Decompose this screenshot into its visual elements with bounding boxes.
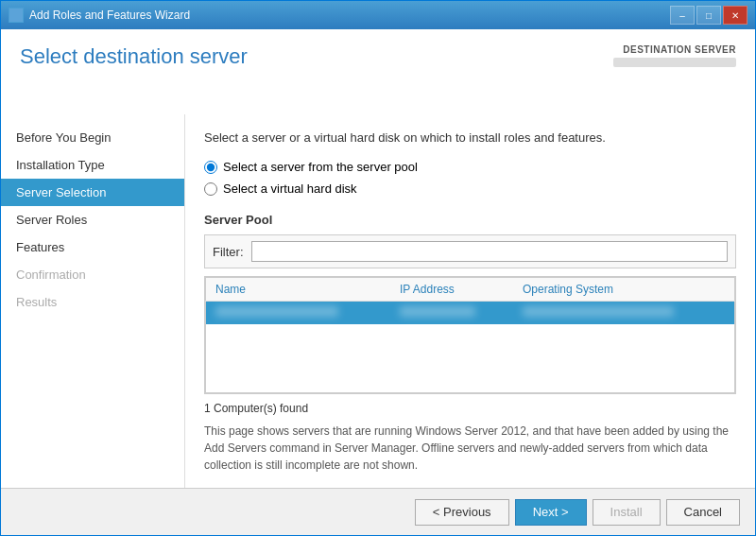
- title-bar: Add Roles and Features Wizard – □ ✕: [1, 1, 755, 29]
- empty-row-3: [206, 358, 735, 375]
- filter-label: Filter:: [213, 245, 244, 259]
- destination-server-info: DESTINATION SERVER: [613, 44, 736, 69]
- dest-server-label: DESTINATION SERVER: [613, 44, 736, 55]
- radio-virtual-disk[interactable]: Select a virtual hard disk: [204, 182, 736, 196]
- sidebar-item-before-you-begin[interactable]: Before You Begin: [1, 124, 184, 151]
- col-name[interactable]: Name: [206, 278, 391, 302]
- radio-server-pool[interactable]: Select a server from the server pool: [204, 160, 736, 174]
- main-layout: Before You BeginInstallation TypeServer …: [1, 114, 755, 488]
- sidebar-item-results: Results: [1, 288, 184, 316]
- count-text: 1 Computer(s) found: [204, 402, 736, 415]
- empty-row-1: [206, 324, 735, 341]
- empty-row-4: [206, 375, 735, 392]
- wizard-window: Add Roles and Features Wizard – □ ✕ Sele…: [0, 0, 756, 536]
- table-row[interactable]: [206, 302, 735, 325]
- radio-server-pool-label: Select a server from the server pool: [223, 160, 418, 174]
- server-pool-title: Server Pool: [204, 213, 736, 227]
- page-title: Select destination server: [20, 44, 248, 69]
- sidebar-item-confirmation: Confirmation: [1, 261, 184, 288]
- table-header-row: Name IP Address Operating System: [206, 278, 735, 302]
- header-bar: Select destination server DESTINATION SE…: [1, 29, 755, 114]
- col-os[interactable]: Operating System: [513, 278, 735, 302]
- main-content: Select a server or a virtual hard disk o…: [185, 114, 755, 488]
- sidebar-item-installation-type[interactable]: Installation Type: [1, 151, 184, 179]
- title-bar-buttons: – □ ✕: [670, 6, 747, 25]
- filter-row: Filter:: [204, 234, 736, 268]
- radio-server-pool-input[interactable]: [204, 161, 217, 174]
- col-ip[interactable]: IP Address: [390, 278, 513, 302]
- server-table: Name IP Address Operating System: [205, 277, 735, 393]
- minimize-button[interactable]: –: [670, 6, 695, 25]
- filter-input[interactable]: [251, 241, 729, 262]
- empty-row-2: [206, 341, 735, 358]
- server-table-wrapper: Name IP Address Operating System: [204, 276, 736, 394]
- sidebar-item-features[interactable]: Features: [1, 233, 184, 261]
- sidebar-item-server-roles[interactable]: Server Roles: [1, 206, 184, 233]
- close-button[interactable]: ✕: [723, 6, 747, 25]
- cell-name: [206, 302, 391, 325]
- radio-virtual-disk-label: Select a virtual hard disk: [223, 182, 357, 196]
- description-text: This page shows servers that are running…: [204, 423, 736, 474]
- cell-os: [513, 302, 735, 325]
- previous-button[interactable]: < Previous: [415, 499, 509, 526]
- title-bar-left: Add Roles and Features Wizard: [9, 8, 190, 23]
- maximize-button[interactable]: □: [696, 6, 721, 25]
- sidebar: Before You BeginInstallation TypeServer …: [1, 114, 185, 488]
- install-button[interactable]: Install: [593, 499, 661, 526]
- radio-virtual-disk-input[interactable]: [204, 182, 217, 196]
- dest-server-value: [613, 58, 736, 67]
- wizard-icon: [9, 8, 24, 23]
- server-table-body: [206, 302, 735, 393]
- server-pool-section: Server Pool Filter: Name IP Address Oper…: [204, 213, 736, 474]
- cell-ip: [390, 302, 513, 325]
- cancel-button[interactable]: Cancel: [666, 499, 740, 526]
- window-title: Add Roles and Features Wizard: [29, 9, 190, 22]
- radio-group: Select a server from the server pool Sel…: [204, 160, 736, 196]
- next-button[interactable]: Next >: [515, 499, 587, 526]
- instruction-text: Select a server or a virtual hard disk o…: [204, 130, 736, 147]
- footer: < Previous Next > Install Cancel: [1, 488, 755, 535]
- sidebar-item-server-selection[interactable]: Server Selection: [1, 179, 184, 206]
